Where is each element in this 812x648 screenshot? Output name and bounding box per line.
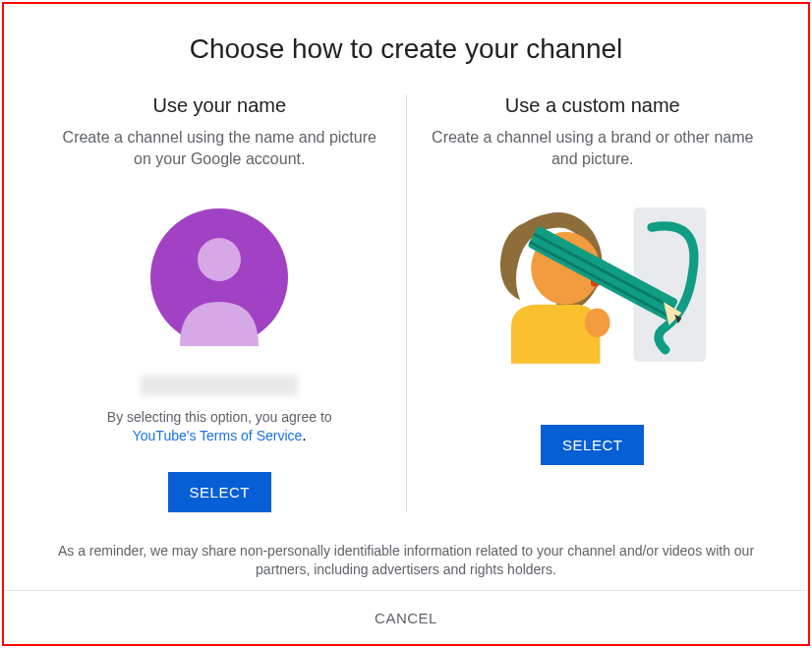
select-custom-name-button[interactable]: SELECT: [541, 425, 644, 465]
cancel-bar: CANCEL: [4, 590, 808, 644]
footer-disclaimer: As a reminder, we may share non-personal…: [52, 542, 760, 580]
custom-name-illustration: [475, 189, 711, 366]
option-left-title: Use your name: [152, 94, 286, 117]
person-drawing-icon: [475, 184, 711, 371]
option-left-description: Create a channel using the name and pict…: [53, 127, 386, 171]
agree-text: By selecting this option, you agree to: [107, 409, 332, 425]
tos-period: .: [302, 427, 306, 443]
select-use-your-name-button[interactable]: SELECT: [168, 472, 271, 512]
option-right-title: Use a custom name: [505, 94, 680, 117]
cancel-button[interactable]: CANCEL: [375, 610, 437, 626]
option-use-your-name: Use your name Create a channel using the…: [33, 94, 406, 512]
google-account-name-blurred: [141, 376, 298, 395]
dialog-title: Choose how to create your channel: [190, 33, 623, 65]
avatar-illustration: [101, 189, 337, 366]
options-row: Use your name Create a channel using the…: [33, 94, 779, 512]
tos-link[interactable]: YouTube's Terms of Service: [133, 428, 303, 443]
tos-agreement: By selecting this option, you agree to Y…: [107, 409, 332, 444]
svg-point-5: [584, 308, 609, 337]
svg-point-1: [198, 238, 241, 281]
option-right-description: Create a channel using a brand or other …: [427, 127, 760, 171]
default-avatar-icon: [150, 208, 288, 346]
dialog-content: Choose how to create your channel Use yo…: [4, 4, 808, 590]
create-channel-dialog: Choose how to create your channel Use yo…: [2, 2, 810, 646]
option-use-custom-name: Use a custom name Create a channel using…: [407, 94, 780, 512]
